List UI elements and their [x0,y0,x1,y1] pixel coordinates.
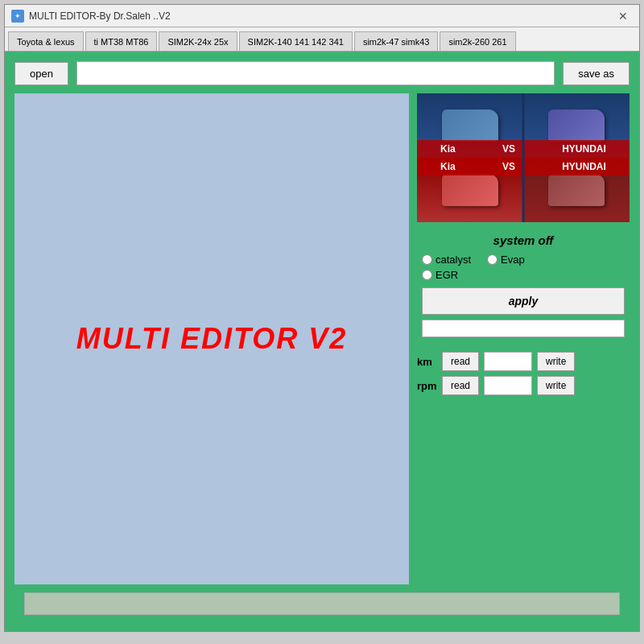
kia-label-top: Kia [440,143,456,155]
tab-toyota-lexus[interactable]: Toyota & lexus [8,31,84,51]
rpm-row: rpm read write [417,376,630,395]
title-bar-left: ✦ MULTI EDITOR-By Dr.Saleh ..V2 [11,10,171,23]
file-path-input[interactable] [76,61,555,85]
title-bar: ✦ MULTI EDITOR-By Dr.Saleh ..V2 ✕ [5,5,639,27]
kia-label-bottom: Kia [440,161,456,172]
main-content: open save as MULTI EDITOR V2 [5,52,639,631]
catalyst-label: catalyst [436,254,471,266]
vs-label-bottom: VS [502,161,515,172]
rpm-value-input[interactable] [484,376,532,395]
bottom-status-bar [24,592,620,615]
save-as-button[interactable]: save as [563,62,630,85]
catalyst-checkbox-item[interactable]: catalyst [422,254,471,266]
editor-panel: MULTI EDITOR V2 [14,93,409,584]
egr-radio[interactable] [422,270,432,280]
km-write-button[interactable]: write [537,352,575,371]
system-section: system off catalyst Evap [417,229,630,342]
editor-main-label: MULTI EDITOR V2 [76,322,348,356]
checkbox-line-2: EGR [422,269,625,281]
egr-label: EGR [436,269,458,281]
checkboxes-row: catalyst Evap EGR [422,254,625,281]
rpm-write-button[interactable]: write [537,376,575,395]
top-toolbar: open save as [14,61,630,85]
hyundai-label-top: HYUNDAI [562,143,606,155]
rpm-label: rpm [417,380,437,392]
system-status-label: system off [422,233,625,247]
km-value-input[interactable] [484,352,532,371]
km-label: km [417,356,437,368]
tab-sim2k-24x[interactable]: SIM2K-24x 25x [159,31,237,51]
tab-sim2k-260[interactable]: sim2k-260 261 [440,31,515,51]
car-image-display: Kia VS HYUNDAI [417,93,630,222]
tab-mt38-mt86[interactable]: ti MT38 MT86 [85,31,158,51]
right-panel: Kia VS HYUNDAI [417,93,630,584]
egr-checkbox-item[interactable]: EGR [422,269,458,281]
checkbox-line-1: catalyst Evap [422,254,625,266]
tab-sim2k-47[interactable]: sim2k-47 simk43 [354,31,439,51]
main-window: ✦ MULTI EDITOR-By Dr.Saleh ..V2 ✕ Toyota… [4,4,640,632]
catalyst-radio[interactable] [422,254,432,265]
km-rpm-section: km read write rpm read write [417,352,630,395]
km-read-button[interactable]: read [442,352,479,371]
evap-radio[interactable] [487,254,497,265]
evap-checkbox-item[interactable]: Evap [487,254,525,266]
rpm-read-button[interactable]: read [442,376,479,395]
tab-sim2k-140[interactable]: SIM2K-140 141 142 341 [239,31,353,51]
apply-button[interactable]: apply [422,287,625,315]
hyundai-label-bottom: HYUNDAI [562,161,606,172]
evap-label: Evap [501,254,525,266]
app-icon: ✦ [11,10,24,23]
window-title: MULTI EDITOR-By Dr.Saleh ..V2 [29,10,171,22]
vs-label-top: VS [502,143,515,155]
status-input[interactable] [422,320,625,337]
km-row: km read write [417,352,630,371]
open-button[interactable]: open [14,62,68,85]
tab-bar: Toyota & lexus ti MT38 MT86 SIM2K-24x 25… [5,27,639,52]
close-button[interactable]: ✕ [613,8,633,24]
middle-row: MULTI EDITOR V2 [14,93,630,584]
